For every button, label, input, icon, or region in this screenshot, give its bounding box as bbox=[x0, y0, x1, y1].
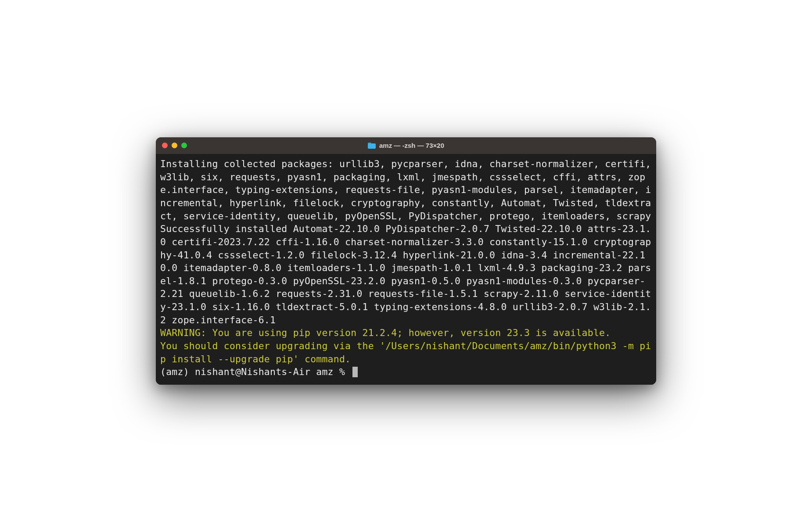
prompt-line: (amz) nishant@Nishants-Air amz % bbox=[160, 365, 652, 379]
output-success: Successfully installed Automat-22.10.0 P… bbox=[160, 222, 652, 326]
window-controls bbox=[162, 143, 187, 148]
output-warning-1: WARNING: You are using pip version 21.2.… bbox=[160, 326, 652, 340]
output-installing: Installing collected packages: urllib3, … bbox=[160, 157, 652, 222]
minimize-button[interactable] bbox=[172, 143, 177, 148]
window-title-text: amz — -zsh — 73×20 bbox=[379, 142, 444, 149]
close-button[interactable] bbox=[162, 143, 168, 148]
window-titlebar: amz — -zsh — 73×20 bbox=[156, 137, 656, 154]
prompt-text: (amz) nishant@Nishants-Air amz % bbox=[160, 365, 351, 379]
cursor[interactable] bbox=[352, 367, 358, 377]
window-title: amz — -zsh — 73×20 bbox=[368, 142, 444, 149]
terminal-window: amz — -zsh — 73×20 Installing collected … bbox=[156, 137, 656, 385]
terminal-output[interactable]: Installing collected packages: urllib3, … bbox=[156, 154, 656, 385]
folder-icon bbox=[368, 143, 376, 149]
maximize-button[interactable] bbox=[181, 143, 187, 148]
output-warning-2: You should consider upgrading via the '/… bbox=[160, 340, 652, 365]
